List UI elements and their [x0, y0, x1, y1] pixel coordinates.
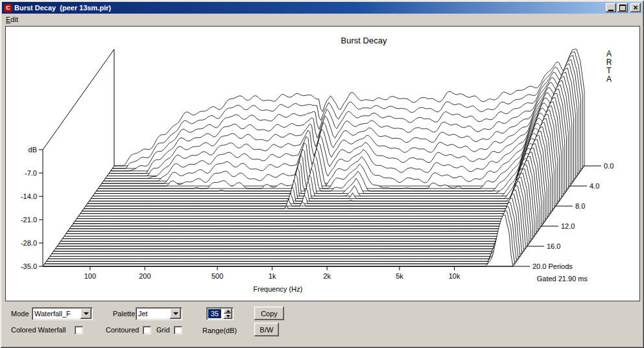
arta-watermark-letter: A: [606, 75, 612, 84]
db-tick-label: -7.0: [25, 169, 37, 177]
spin-down-button[interactable]: [224, 314, 232, 319]
menu-item-edit[interactable]: Edit: [2, 14, 22, 26]
palette-dropdown-button[interactable]: [170, 308, 181, 319]
period-tick-label: 0.0: [604, 162, 614, 170]
freq-tick-label: 500: [211, 272, 223, 280]
db-tick-label: -21.0: [21, 216, 37, 224]
arta-watermark-letter: A: [606, 49, 612, 58]
app-window: C Burst Decay (peer 13sm.pir) × Edit -7.…: [0, 0, 644, 348]
chevron-down-icon: [173, 312, 178, 315]
range-db-label: Range(dB): [202, 327, 237, 334]
arta-watermark-letter: R: [606, 58, 612, 67]
db-tick-label: -28.0: [21, 239, 37, 247]
colored-waterfall-label: Colored Waterfall: [11, 326, 66, 334]
plot-panel: -7.0-14.0-21.0-28.0-35.0dB1002005001k2k5…: [5, 26, 640, 301]
minimize-icon: [608, 10, 614, 11]
range-value: 35: [208, 309, 221, 318]
menu-bar: Edit: [2, 14, 642, 26]
period-tick-label: 8.0: [575, 202, 585, 210]
app-icon[interactable]: C: [4, 4, 12, 12]
window-title: Burst Decay (peer 13sm.pir): [14, 4, 606, 12]
db-tick-label: -14.0: [21, 192, 37, 200]
arrow-down-icon: [226, 315, 230, 318]
title-bar: C Burst Decay (peer 13sm.pir) ×: [2, 2, 642, 14]
spin-up-button[interactable]: [224, 308, 232, 314]
contoured-label: Contoured: [106, 326, 139, 334]
freq-tick-label: 1k: [268, 272, 276, 280]
period-tick-label: 16.0: [547, 242, 560, 250]
contoured-checkbox[interactable]: [143, 326, 151, 334]
arrow-up-icon: [226, 310, 230, 312]
close-button[interactable]: ×: [630, 3, 641, 12]
grid-label: Grid: [156, 326, 170, 334]
db-axis-label: dB: [29, 146, 37, 154]
db-tick-label: -35.0: [21, 262, 37, 270]
copy-button[interactable]: Copy: [254, 307, 284, 320]
mode-label: Mode: [11, 310, 29, 318]
control-panel: Mode Waterfall_F Palette Jet 35 Copy Col…: [2, 301, 642, 346]
chevron-down-icon: [84, 312, 89, 315]
mode-dropdown-button[interactable]: [80, 308, 91, 319]
close-icon: ×: [633, 5, 638, 11]
palette-value: Jet: [138, 310, 169, 318]
minimize-button[interactable]: [606, 3, 616, 12]
range-spinner[interactable]: 35: [206, 307, 233, 320]
palette-label: Palette: [113, 310, 135, 318]
grid-checkbox[interactable]: [174, 326, 182, 334]
freq-tick-label: 200: [139, 272, 150, 280]
arta-watermark-letter: T: [606, 66, 612, 75]
palette-dropdown[interactable]: Jet: [136, 307, 182, 320]
period-tick-label: 12.0: [561, 222, 575, 230]
gated-label: Gated 21.90 ms: [537, 275, 588, 283]
mode-value: Waterfall_F: [34, 310, 80, 318]
maximize-button[interactable]: [617, 3, 628, 12]
freq-tick-label: 5k: [396, 272, 403, 280]
mode-dropdown[interactable]: Waterfall_F: [32, 307, 93, 320]
plot-title: Burst Decay: [341, 36, 387, 45]
x-axis-label: Frequency (Hz): [254, 285, 303, 293]
burst-decay-waterfall-chart: -7.0-14.0-21.0-28.0-35.0dB1002005001k2k5…: [6, 27, 639, 301]
freq-tick-label: 2k: [323, 272, 331, 280]
bw-button[interactable]: B/W: [254, 323, 279, 336]
colored-waterfall-checkbox[interactable]: [75, 326, 83, 334]
freq-tick-label: 10k: [449, 272, 460, 280]
maximize-icon: [619, 5, 626, 11]
period-tick-label: 4.0: [590, 182, 599, 190]
period-tick-label: 20.0 Periods: [532, 262, 573, 270]
freq-tick-label: 100: [84, 272, 96, 280]
